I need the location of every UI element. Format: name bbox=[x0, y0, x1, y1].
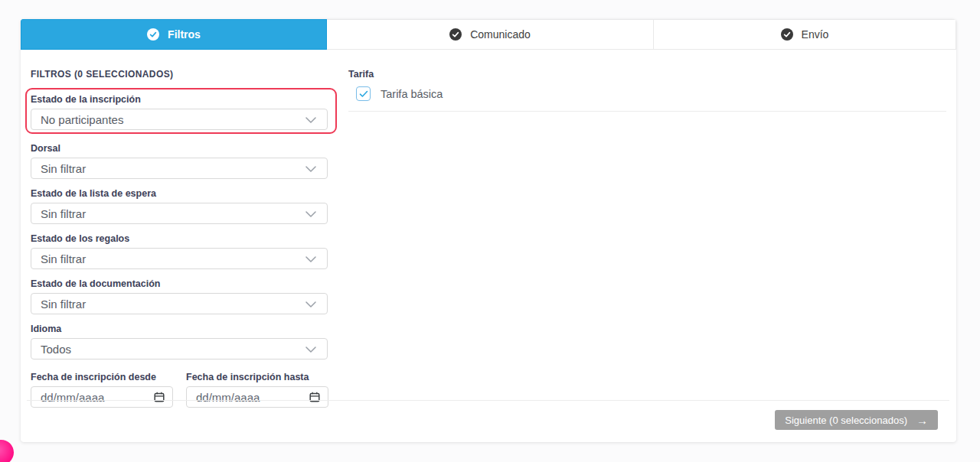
filter-field-dorsal: Dorsal Sin filtrar bbox=[29, 143, 331, 179]
arrow-right-icon: → bbox=[916, 415, 928, 426]
wizard-tabs: Filtros Comunicado Envío bbox=[21, 19, 956, 50]
estado-inscripcion-select[interactable]: No participantes bbox=[31, 109, 328, 130]
filter-label: Estado de los regalos bbox=[31, 233, 331, 244]
select-value: Sin filtrar bbox=[41, 298, 86, 311]
regalos-select[interactable]: Sin filtrar bbox=[31, 248, 328, 269]
tab-envio[interactable]: Envío bbox=[654, 19, 956, 50]
date-filter-row: Fecha de inscripción desde Fecha de insc… bbox=[29, 372, 331, 408]
filter-label: Fecha de inscripción desde bbox=[31, 372, 173, 382]
filter-label: Estado de la documentación bbox=[31, 278, 331, 289]
section-title: FILTROS (0 SELECCIONADOS) bbox=[29, 69, 331, 80]
tab-filtros[interactable]: Filtros bbox=[21, 19, 327, 50]
tab-label: Filtros bbox=[168, 28, 201, 41]
filter-field-idioma: Idioma Todos bbox=[29, 324, 331, 360]
check-circle-icon bbox=[449, 28, 462, 41]
date-field-desde: Fecha de inscripción desde bbox=[31, 372, 173, 408]
wizard-card: Filtros Comunicado Envío FILTROS (0 SELE… bbox=[21, 19, 956, 442]
checkbox-checked-icon[interactable] bbox=[356, 86, 371, 101]
tarifa-label: Tarifa bbox=[348, 69, 946, 80]
highlighted-filter-wrap: Estado de la inscripción No participante… bbox=[29, 94, 331, 130]
filters-column: FILTROS (0 SELECCIONADOS) Estado de la i… bbox=[29, 69, 331, 408]
documentacion-select[interactable]: Sin filtrar bbox=[31, 293, 328, 314]
tarifa-basica-option[interactable]: Tarifa básica bbox=[348, 86, 946, 101]
filter-label: Fecha de inscripción hasta bbox=[186, 372, 328, 382]
filter-label: Estado de la lista de espera bbox=[31, 188, 331, 199]
filter-field-estado-inscripcion: Estado de la inscripción No participante… bbox=[29, 94, 331, 130]
dorsal-select[interactable]: Sin filtrar bbox=[31, 158, 328, 179]
filter-label: Estado de la inscripción bbox=[31, 94, 331, 105]
checkbox-label: Tarifa básica bbox=[381, 88, 443, 100]
tab-label: Envío bbox=[802, 28, 829, 41]
tab-comunicado[interactable]: Comunicado bbox=[327, 19, 654, 50]
select-value: No participantes bbox=[41, 113, 123, 126]
chevron-down-icon bbox=[305, 211, 316, 217]
check-circle-icon bbox=[781, 28, 793, 41]
filter-field-lista-espera: Estado de la lista de espera Sin filtrar bbox=[29, 188, 331, 224]
divider bbox=[348, 111, 946, 112]
tab-label: Comunicado bbox=[470, 28, 531, 41]
date-field-hasta: Fecha de inscripción hasta bbox=[186, 372, 328, 408]
click-indicator bbox=[0, 440, 14, 462]
select-value: Todos bbox=[41, 343, 71, 356]
select-value: Sin filtrar bbox=[41, 162, 86, 175]
filter-label: Dorsal bbox=[31, 143, 331, 154]
chevron-down-icon bbox=[305, 346, 316, 353]
filter-field-regalos: Estado de los regalos Sin filtrar bbox=[29, 233, 331, 269]
siguiente-button-label: Siguiente (0 seleccionados) bbox=[785, 415, 907, 426]
filter-label: Idioma bbox=[31, 324, 331, 334]
select-value: Sin filtrar bbox=[41, 207, 86, 220]
footer-divider bbox=[27, 400, 949, 401]
fecha-desde-input-wrap bbox=[31, 386, 173, 408]
filter-field-documentacion: Estado de la documentación Sin filtrar bbox=[29, 278, 331, 314]
select-value: Sin filtrar bbox=[41, 252, 86, 265]
chevron-down-icon bbox=[305, 301, 316, 307]
chevron-down-icon bbox=[305, 256, 316, 262]
idioma-select[interactable]: Todos bbox=[31, 338, 328, 360]
fecha-hasta-input[interactable] bbox=[196, 391, 309, 404]
filters-content: FILTROS (0 SELECCIONADOS) Estado de la i… bbox=[21, 50, 956, 408]
siguiente-button[interactable]: Siguiente (0 seleccionados) → bbox=[775, 410, 938, 430]
fecha-hasta-input-wrap bbox=[186, 386, 328, 408]
chevron-down-icon bbox=[305, 166, 316, 172]
fecha-desde-input[interactable] bbox=[41, 391, 154, 404]
lista-espera-select[interactable]: Sin filtrar bbox=[31, 203, 328, 224]
check-circle-icon bbox=[147, 28, 159, 41]
tarifa-column: Tarifa Tarifa básica bbox=[331, 69, 946, 408]
chevron-down-icon bbox=[305, 117, 316, 123]
